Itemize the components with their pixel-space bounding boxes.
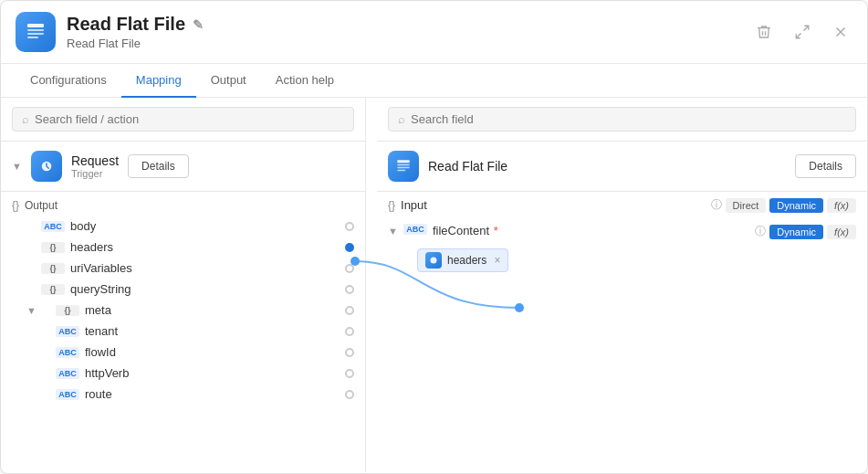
querystring-label: queryString <box>70 282 131 296</box>
pill-label: headers <box>447 254 486 267</box>
body-type-badge: ABC <box>41 221 65 232</box>
tree-item-flowid[interactable]: ABC flowId <box>1 342 365 363</box>
left-search-input[interactable] <box>35 112 344 126</box>
filecontent-label-text: fileContent <box>433 224 489 237</box>
headers-label: headers <box>70 240 113 254</box>
filecontent-fn-badge[interactable]: f(x) <box>827 225 856 239</box>
title-text: Read Flat File <box>67 14 185 35</box>
mode-direct-badge[interactable]: Direct <box>726 198 767 213</box>
svg-rect-10 <box>397 160 410 163</box>
left-action-chevron[interactable]: ▼ <box>12 161 22 172</box>
headers-connector-dot[interactable] <box>345 243 354 252</box>
right-details-button[interactable]: Details <box>795 154 856 178</box>
tab-action-help[interactable]: Action help <box>261 64 349 98</box>
tree-item-querystring[interactable]: {} queryString <box>1 279 365 300</box>
tenant-label: tenant <box>85 324 118 338</box>
input-info-icon[interactable]: ⓘ <box>711 197 722 213</box>
httpverb-type-badge: ABC <box>56 368 79 379</box>
main-title: Read Flat File ✎ <box>67 14 204 35</box>
header-actions <box>752 20 852 44</box>
main-content: ⌕ ▼ Request Trigger <box>1 98 867 472</box>
right-action-block: Read Flat File Details <box>377 142 867 192</box>
required-star: * <box>490 224 498 237</box>
route-label: route <box>85 387 112 401</box>
urivariables-label: uriVariables <box>70 261 132 275</box>
left-search-bar: ⌕ <box>1 98 365 142</box>
flowid-connector-dot[interactable] <box>345 348 354 357</box>
left-search-icon: ⌕ <box>22 112 29 126</box>
tree-item-body[interactable]: ABC body <box>1 216 365 237</box>
output-label-text: Output <box>25 199 58 212</box>
header-titles: Read Flat File ✎ Read Flat File <box>67 14 204 50</box>
route-connector-dot[interactable] <box>345 390 354 399</box>
left-action-subtitle: Trigger <box>71 168 119 179</box>
field-row-filecontent: ▼ ABC fileContent * ⓘ Dynamic f(x) <box>377 218 867 245</box>
tree-item-meta[interactable]: ▼ {} meta <box>1 300 365 321</box>
right-search-icon: ⌕ <box>398 112 405 126</box>
route-type-badge: ABC <box>56 389 79 400</box>
expand-button[interactable] <box>790 20 814 44</box>
urivariables-connector-dot[interactable] <box>345 264 354 273</box>
meta-label: meta <box>85 303 111 317</box>
left-search-wrap: ⌕ <box>12 107 354 132</box>
tree-item-tenant[interactable]: ABC tenant <box>1 321 365 342</box>
left-action-header: ▼ Request Trigger Details <box>12 151 354 182</box>
left-action-icon <box>31 151 62 182</box>
flowid-label: flowId <box>85 345 116 359</box>
filecontent-badges: ⓘ Dynamic f(x) <box>755 224 856 239</box>
output-section-label: {} Output <box>1 192 365 216</box>
input-section-header: {} Input ⓘ Direct Dynamic f(x) <box>377 192 867 218</box>
svg-rect-12 <box>397 167 410 169</box>
input-mode-badges: ⓘ Direct Dynamic f(x) <box>711 197 856 213</box>
right-action-icon <box>388 151 419 182</box>
httpverb-connector-dot[interactable] <box>345 369 354 378</box>
body-connector-dot[interactable] <box>345 222 354 231</box>
meta-chevron[interactable]: ▼ <box>26 305 37 316</box>
left-details-button[interactable]: Details <box>128 154 189 178</box>
tree-item-route[interactable]: ABC route <box>1 384 365 405</box>
tab-mapping[interactable]: Mapping <box>121 64 196 98</box>
close-button[interactable] <box>829 20 852 44</box>
left-action-name: Request <box>71 153 119 168</box>
filecontent-info-icon[interactable]: ⓘ <box>755 224 766 239</box>
mapped-values-area: headers × <box>377 245 867 279</box>
right-search-input[interactable] <box>411 112 846 126</box>
svg-rect-13 <box>397 170 405 172</box>
delete-button[interactable] <box>752 20 776 44</box>
filecontent-chevron[interactable]: ▼ <box>388 226 398 237</box>
output-tree: ABC body {} headers {} uriVariables {} q <box>1 216 365 405</box>
svg-rect-11 <box>397 164 410 166</box>
left-action-name-wrap: Request Trigger <box>71 153 119 179</box>
mode-fn-badge[interactable]: f(x) <box>827 198 856 213</box>
pill-close-button[interactable]: × <box>494 254 500 267</box>
left-action-block: ▼ Request Trigger Details <box>1 142 365 192</box>
svg-rect-3 <box>27 37 38 38</box>
mode-dynamic-badge[interactable]: Dynamic <box>769 198 823 213</box>
app-icon <box>16 12 56 52</box>
right-search-wrap: ⌕ <box>388 107 856 132</box>
right-panel: ⌕ Read Flat File Deta <box>366 98 867 472</box>
querystring-connector-dot[interactable] <box>345 285 354 294</box>
headers-type-badge: {} <box>41 242 65 253</box>
tenant-type-badge: ABC <box>56 326 79 337</box>
output-brace-icon: {} <box>12 199 19 212</box>
svg-line-4 <box>804 26 809 30</box>
flowid-type-badge: ABC <box>56 347 79 358</box>
tree-item-urivariables[interactable]: {} uriVariables <box>1 258 365 279</box>
meta-connector-dot[interactable] <box>345 306 354 315</box>
right-action-header: Read Flat File Details <box>388 151 856 182</box>
tree-item-headers[interactable]: {} headers <box>1 237 365 258</box>
meta-type-badge: {} <box>56 305 79 316</box>
tree-item-httpverb[interactable]: ABC httpVerb <box>1 363 365 384</box>
filecontent-dynamic-badge[interactable]: Dynamic <box>769 225 823 239</box>
svg-rect-0 <box>27 24 44 27</box>
svg-rect-2 <box>27 33 44 35</box>
tenant-connector-dot[interactable] <box>345 327 354 336</box>
urivariables-type-badge: {} <box>41 263 65 274</box>
tab-output[interactable]: Output <box>196 64 261 98</box>
edit-icon[interactable]: ✎ <box>193 17 204 32</box>
pill-request-icon <box>425 252 442 269</box>
filecontent-label: fileContent * <box>433 224 749 237</box>
tab-configurations[interactable]: Configurations <box>16 64 121 98</box>
tabs-bar: Configurations Mapping Output Action hel… <box>1 64 867 98</box>
